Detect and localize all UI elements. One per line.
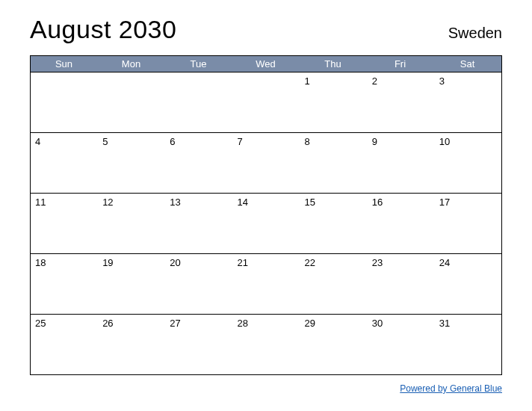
day-cell bbox=[232, 72, 300, 132]
footer: Powered by General Blue bbox=[30, 381, 502, 395]
day-cell: 24 bbox=[435, 254, 501, 314]
day-cell: 4 bbox=[31, 133, 98, 193]
dayheader-row: Sun Mon Tue Wed Thu Fri Sat bbox=[31, 56, 501, 72]
day-cell: 6 bbox=[165, 133, 232, 193]
day-cell: 21 bbox=[232, 254, 300, 314]
dayheader-tue: Tue bbox=[165, 56, 232, 72]
day-cell: 19 bbox=[98, 254, 165, 314]
week-row: 18 19 20 21 22 23 24 bbox=[31, 253, 501, 314]
day-cell bbox=[31, 72, 98, 132]
day-cell: 16 bbox=[368, 194, 435, 253]
day-cell: 8 bbox=[300, 133, 368, 193]
day-cell: 5 bbox=[98, 133, 165, 193]
day-cell: 28 bbox=[232, 315, 300, 374]
dayheader-sat: Sat bbox=[434, 56, 501, 72]
day-cell: 1 bbox=[300, 72, 368, 132]
calendar-grid: Sun Mon Tue Wed Thu Fri Sat 1 2 3 4 5 6 … bbox=[30, 55, 502, 375]
dayheader-fri: Fri bbox=[367, 56, 434, 72]
day-cell: 7 bbox=[232, 133, 300, 193]
dayheader-wed: Wed bbox=[232, 56, 300, 72]
day-cell bbox=[98, 72, 165, 132]
week-row: 11 12 13 14 15 16 17 bbox=[31, 193, 501, 253]
day-cell: 27 bbox=[165, 315, 232, 374]
week-row: 1 2 3 bbox=[31, 72, 501, 132]
week-row: 4 5 6 7 8 9 10 bbox=[31, 132, 501, 193]
day-cell: 29 bbox=[300, 315, 368, 374]
day-cell: 23 bbox=[368, 254, 435, 314]
day-cell: 2 bbox=[368, 72, 435, 132]
day-cell: 20 bbox=[165, 254, 232, 314]
day-cell: 9 bbox=[368, 133, 435, 193]
day-cell bbox=[165, 72, 232, 132]
day-cell: 15 bbox=[300, 194, 368, 253]
day-cell: 17 bbox=[435, 194, 501, 253]
day-cell: 31 bbox=[435, 315, 501, 374]
day-cell: 26 bbox=[98, 315, 165, 374]
day-cell: 14 bbox=[232, 194, 300, 253]
dayheader-sun: Sun bbox=[31, 56, 98, 72]
calendar-header: August 2030 Sweden bbox=[30, 15, 502, 44]
dayheader-mon: Mon bbox=[98, 56, 165, 72]
page-title: August 2030 bbox=[30, 15, 176, 44]
day-cell: 13 bbox=[165, 194, 232, 253]
day-cell: 11 bbox=[31, 194, 98, 253]
dayheader-thu: Thu bbox=[300, 56, 367, 72]
day-cell: 3 bbox=[435, 72, 501, 132]
day-cell: 25 bbox=[31, 315, 98, 374]
week-row: 25 26 27 28 29 30 31 bbox=[31, 314, 501, 374]
powered-by-link[interactable]: Powered by General Blue bbox=[400, 383, 502, 394]
day-cell: 12 bbox=[98, 194, 165, 253]
day-cell: 18 bbox=[31, 254, 98, 314]
day-cell: 22 bbox=[300, 254, 368, 314]
day-cell: 10 bbox=[435, 133, 501, 193]
day-cell: 30 bbox=[368, 315, 435, 374]
country-label: Sweden bbox=[448, 25, 502, 42]
